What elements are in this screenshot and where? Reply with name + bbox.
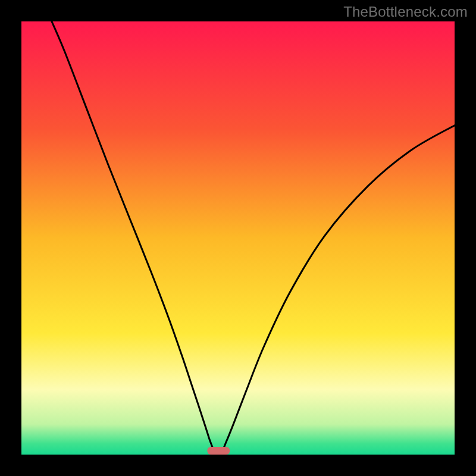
optimum-marker bbox=[207, 447, 230, 455]
chart-plot-area bbox=[21, 21, 455, 455]
chart-svg bbox=[0, 0, 476, 476]
chart-container: { "watermark": "TheBottleneck.com", "cha… bbox=[0, 0, 476, 476]
watermark-text: TheBottleneck.com bbox=[343, 4, 468, 20]
